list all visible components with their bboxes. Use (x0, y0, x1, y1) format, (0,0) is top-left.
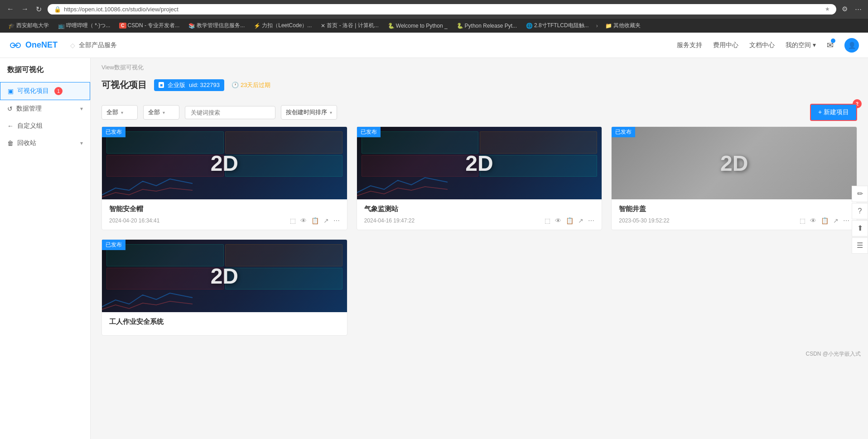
bookmark-label: 教学管理信息服务... (197, 22, 245, 29)
card-footer-2: 2024-04-16 19:47:22 ⬚ 👁 📋 ↗ ⋯ (364, 217, 595, 224)
bookmark-leetcode[interactable]: ⚡ 力扣（LeetCode）... (250, 21, 315, 30)
visualization-projects-icon: ▣ (8, 87, 14, 95)
card-title-1: 智能安全帽 (109, 205, 340, 213)
more-icon[interactable]: ⋯ (843, 217, 849, 224)
preview-icon[interactable]: 👁 (300, 217, 307, 224)
card-thumbnail-3[interactable]: 已发布 2D (612, 127, 857, 199)
bookmark-xiyou[interactable]: 🎓 西安邮电大学 (5, 21, 53, 30)
onenet-logo-icon (9, 39, 22, 52)
bookmark-python-welcome[interactable]: 🐍 Welcome to Python _ (384, 22, 451, 30)
expire-text: 23天后过期 (241, 81, 270, 89)
extensions-button[interactable]: ⚙ (840, 4, 849, 14)
card-title-3: 智能井盖 (619, 205, 849, 213)
bookmarks-bar: 🎓 西安邮电大学 📺 哔哩哔哩（ *·)つ... C CSDN - 专业开发者.… (0, 18, 868, 33)
more-icon[interactable]: ⋯ (333, 217, 340, 224)
card-body-2: 气象监测站 2024-04-16 19:47:22 ⬚ 👁 📋 ↗ ⋯ (357, 199, 602, 230)
card-date-3: 2023-05-30 19:52:22 (619, 217, 669, 224)
browser-actions: ⚙ ⋯ (840, 4, 863, 14)
content-area: View数据可视化 可视化项目 ■ 企业版 uid: 322793 🕐 23天后… (91, 58, 868, 439)
service-support-link[interactable]: 服务支持 (677, 41, 702, 49)
back-button[interactable]: ← (5, 4, 16, 14)
breadcrumb: View数据可视化 (91, 58, 868, 72)
billing-center-link[interactable]: 费用中心 (713, 41, 738, 49)
uid-label: uid: 322793 (189, 82, 220, 88)
my-space-link[interactable]: 我的空间 ▾ (786, 41, 816, 49)
search-input[interactable] (185, 106, 275, 119)
sidebar-item-visualization-projects[interactable]: ▣ 可视化项目 1 (0, 82, 90, 100)
edit-icon[interactable]: ⬚ (290, 217, 296, 224)
bookmark-python-release[interactable]: 🐍 Python Release Pyt... (453, 22, 521, 30)
card-footer-3: 2023-05-30 19:52:22 ⬚ 👁 📋 ↗ ⋯ (619, 217, 849, 224)
float-buttons: ✏ ? ⬆ ☰ (852, 186, 868, 254)
bookmark-label: Python Release Pyt... (465, 23, 517, 29)
page-title: 可视化项目 (101, 79, 147, 91)
sidebar-item-label: 可视化项目 (17, 87, 49, 95)
sidebar: 数据可视化 ▣ 可视化项目 1 ↺ 数据管理 ▾ ← 自定义组 🗑 回收站 ▾ (0, 58, 91, 439)
edit-icon[interactable]: ⬚ (800, 217, 805, 224)
float-scroll-top-button[interactable]: ⬆ (852, 220, 868, 236)
data-management-icon: ↺ (7, 105, 13, 112)
published-badge-4: 已发布 (102, 240, 125, 250)
sidebar-item-custom-groups[interactable]: ← 自定义组 (0, 117, 90, 135)
mail-badge (831, 39, 835, 43)
share-icon[interactable]: ↗ (323, 217, 329, 224)
bookmark-teaching[interactable]: 📚 教学管理信息服务... (185, 21, 248, 30)
sidebar-item-recycle-bin[interactable]: 🗑 回收站 ▾ (0, 135, 90, 152)
bookmark-icon: 🐍 (457, 23, 463, 29)
clock-icon: 🕐 (231, 82, 239, 88)
preview-icon[interactable]: 👁 (810, 217, 816, 224)
user-avatar[interactable]: 👤 (844, 38, 859, 53)
filter-select-1[interactable]: 全部 ▾ (101, 105, 138, 120)
project-card-3: 已发布 2D 智能井盖 2023-05-30 19:52:22 ⬚ 👁 📋 ↗ … (611, 126, 857, 230)
edition-uid-badge: ■ 企业版 uid: 322793 (154, 79, 224, 91)
sidebar-item-data-management[interactable]: ↺ 数据管理 ▾ (0, 100, 90, 117)
bookmark-tft[interactable]: 🌐 2.8寸TFTLCD电阻触... (522, 21, 593, 30)
card-body-3: 智能井盖 2023-05-30 19:52:22 ⬚ 👁 📋 ↗ ⋯ (612, 199, 857, 230)
share-icon[interactable]: ↗ (578, 217, 583, 224)
bookmark-label: 首页 - 洛谷 | 计算机... (327, 22, 378, 29)
copy-icon[interactable]: 📋 (821, 217, 829, 224)
docs-center-link[interactable]: 文档中心 (749, 41, 775, 49)
more-icon[interactable]: ⋯ (588, 217, 594, 224)
menu-button[interactable]: ⋯ (853, 4, 863, 14)
all-products-link[interactable]: 全部产品服务 (79, 41, 117, 49)
card-thumbnail-1[interactable]: 已发布 2D (102, 127, 347, 199)
recycle-bin-icon: 🗑 (7, 140, 14, 147)
panel (225, 131, 342, 154)
bookmark-icon: ⚡ (254, 23, 260, 29)
forward-button[interactable]: → (19, 4, 31, 14)
sidebar-section-title: 数据可视化 (0, 65, 90, 82)
float-help-button[interactable]: ? (852, 203, 868, 219)
float-edit-button[interactable]: ✏ (852, 186, 868, 202)
published-badge-2: 已发布 (357, 127, 381, 137)
published-badge-3: 已发布 (612, 127, 635, 137)
bookmark-more-folder[interactable]: 📁 其他收藏夹 (602, 21, 644, 30)
edit-icon[interactable]: ⬚ (545, 217, 550, 224)
copy-icon[interactable]: 📋 (566, 217, 574, 224)
mail-icon[interactable]: ✉ (827, 40, 834, 50)
card-2d-label-3: 2D (720, 151, 748, 176)
bookmark-label: CSDN - 专业开发者... (128, 22, 180, 29)
preview-icon[interactable]: 👁 (555, 217, 561, 224)
panel (225, 244, 342, 266)
share-icon[interactable]: ↗ (833, 217, 839, 224)
card-actions-3: ⬚ 👁 📋 ↗ ⋯ (800, 217, 849, 224)
refresh-button[interactable]: ↻ (34, 4, 44, 14)
copy-icon[interactable]: 📋 (311, 217, 319, 224)
address-bar[interactable]: 🔒 https://open.iot.10086.cn/studio/view/… (48, 4, 836, 14)
card-actions-2: ⬚ 👁 📋 ↗ ⋯ (545, 217, 594, 224)
logo-text: OneNET (25, 40, 58, 50)
mini-chart-2 (357, 172, 448, 199)
new-project-button[interactable]: + 新建项目 (810, 104, 857, 121)
bookmark-label: 2.8寸TFTLCD电阻触... (534, 22, 589, 29)
float-menu-button[interactable]: ☰ (852, 237, 868, 254)
bookmark-bilibili[interactable]: 📺 哔哩哔哩（ *·)つ... (54, 21, 114, 30)
bookmark-icon: 🎓 (8, 23, 15, 29)
card-thumbnail-4[interactable]: 已发布 2D (102, 240, 347, 312)
filter-select-2[interactable]: 全部 ▾ (143, 105, 179, 120)
bookmark-luogu[interactable]: ✕ 首页 - 洛谷 | 计算机... (317, 21, 382, 30)
bookmark-label: 力扣（LeetCode）... (262, 22, 312, 29)
card-thumbnail-2[interactable]: 已发布 2D (357, 127, 602, 199)
sort-select[interactable]: 按创建时间排序 ▾ (281, 105, 337, 120)
bookmark-csdn[interactable]: C CSDN - 专业开发者... (116, 21, 183, 30)
